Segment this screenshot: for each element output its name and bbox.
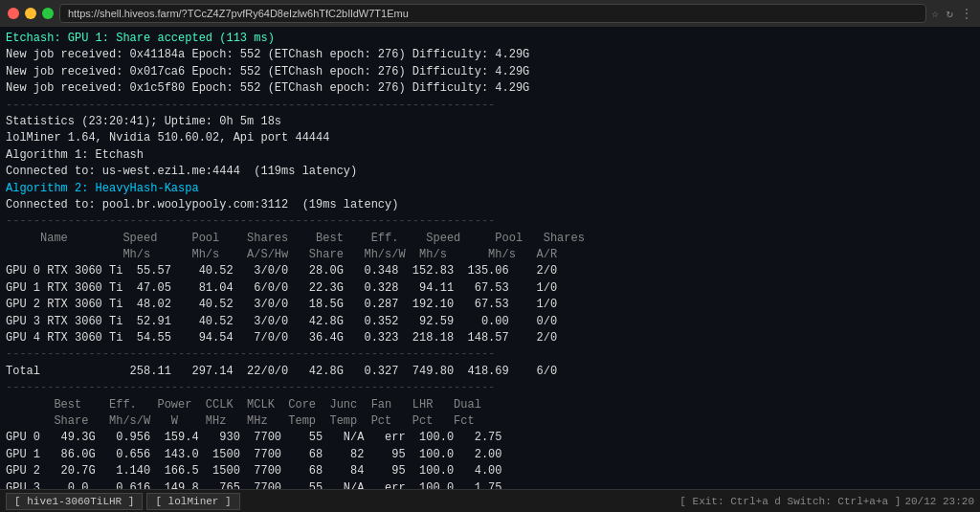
close-btn[interactable] [8,8,19,19]
terminal-line: Connected to: pool.br.woolypooly.com:311… [6,197,974,213]
terminal-line: Etchash: GPU 1: Share accepted (113 ms) [6,31,974,47]
terminal-line: Algorithm 2: HeavyHash-Kaspa [6,181,974,197]
terminal-line: New job received: 0x1c5f80 Epoch: 552 (E… [6,80,974,97]
terminal-line: Best Eff. Power CCLK MCLK Core Junc Fan … [6,397,974,413]
bookmark-icon[interactable]: ☆ [932,7,939,21]
terminal-line: GPU 3 0.0 0.616 149.8 765 7700 55 N/A er… [6,480,974,489]
terminal-line: lolMiner 1.64, Nvidia 510.60.02, Api por… [6,130,974,146]
datetime: 20/12 23:20 [904,496,974,507]
terminal-line: GPU 1 RTX 3060 Ti 47.05 81.04 6/0/0 22.3… [6,280,974,297]
terminal-line: Algorithm 1: Etchash [6,147,974,164]
url-input[interactable] [59,4,926,23]
menu-icon[interactable]: ⋮ [961,7,972,21]
browser-icons: ☆ ↻ ⋮ [932,7,972,21]
terminal-line: Total 258.11 297.14 22/0/0 42.8G 0.327 7… [6,364,974,380]
terminal-line: ----------------------------------------… [6,346,974,363]
refresh-icon[interactable]: ↻ [947,7,953,21]
terminal-line: GPU 3 RTX 3060 Ti 52.91 40.52 3/0/0 42.8… [6,314,974,330]
terminal-line: ----------------------------------------… [6,213,974,230]
terminal-line: New job received: 0x017ca6 Epoch: 552 (E… [6,64,974,80]
terminal-line: ----------------------------------------… [6,98,974,114]
min-btn[interactable] [25,8,36,19]
terminal-line: GPU 2 20.7G 1.140 166.5 1500 7700 68 84 … [6,463,974,479]
terminal-line: Share Mh/s/W W MHz MHz Temp Temp Pct Pct… [6,413,974,430]
exit-hint: [ Exit: Ctrl+a d Switch: Ctrl+a+a ] [679,496,901,507]
status-item-rig[interactable]: [ hive1-3060TiLHR ] [6,493,143,510]
status-item-miner[interactable]: [ lolMiner ] [146,493,239,510]
terminal-line: Connected to: us-west.ezil.me:4444 (119m… [6,164,974,180]
terminal: Etchash: GPU 1: Share accepted (113 ms)N… [0,27,980,489]
terminal-line: GPU 0 RTX 3060 Ti 55.57 40.52 3/0/0 28.0… [6,263,974,279]
terminal-line: GPU 4 RTX 3060 Ti 54.55 94.54 7/0/0 36.4… [6,330,974,346]
max-btn[interactable] [42,8,54,19]
terminal-line: New job received: 0x41184a Epoch: 552 (E… [6,47,974,63]
terminal-line: GPU 1 86.0G 0.656 143.0 1500 7700 68 82 … [6,447,974,463]
terminal-line: Mh/s Mh/s A/S/Hw Share Mh/s/W Mh/s Mh/s … [6,247,974,263]
terminal-line: GPU 0 49.3G 0.956 159.4 930 7700 55 N/A … [6,430,974,446]
terminal-line: Name Speed Pool Shares Best Eff. Speed P… [6,231,974,247]
terminal-line: GPU 2 RTX 3060 Ti 48.02 40.52 3/0/0 18.5… [6,297,974,313]
terminal-line: ----------------------------------------… [6,380,974,396]
status-bar: [ hive1-3060TiLHR ] [ lolMiner ] [ Exit:… [0,489,980,512]
terminal-line: Statistics (23:20:41); Uptime: 0h 5m 18s [6,114,974,130]
browser-bar: ☆ ↻ ⋮ [0,0,980,27]
